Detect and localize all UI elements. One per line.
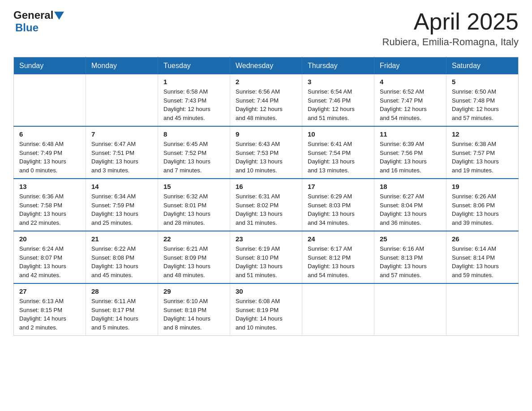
calendar-cell: 15Sunrise: 6:32 AM Sunset: 8:01 PM Dayli… <box>158 179 230 231</box>
calendar-cell: 3Sunrise: 6:54 AM Sunset: 7:46 PM Daylig… <box>302 74 374 126</box>
calendar-week-row: 20Sunrise: 6:24 AM Sunset: 8:07 PM Dayli… <box>14 231 519 283</box>
day-info: Sunrise: 6:16 AM Sunset: 8:13 PM Dayligh… <box>380 244 441 279</box>
day-info: Sunrise: 6:29 AM Sunset: 8:03 PM Dayligh… <box>308 192 369 227</box>
day-info: Sunrise: 6:13 AM Sunset: 8:15 PM Dayligh… <box>19 297 80 332</box>
calendar-cell: 12Sunrise: 6:38 AM Sunset: 7:57 PM Dayli… <box>446 126 519 179</box>
day-info: Sunrise: 6:52 AM Sunset: 7:47 PM Dayligh… <box>380 87 441 122</box>
calendar-cell: 23Sunrise: 6:19 AM Sunset: 8:10 PM Dayli… <box>230 231 302 283</box>
day-number: 2 <box>236 78 296 86</box>
calendar-table: SundayMondayTuesdayWednesdayThursdayFrid… <box>13 57 519 336</box>
day-info: Sunrise: 6:31 AM Sunset: 8:02 PM Dayligh… <box>236 192 296 227</box>
col-header-saturday: Saturday <box>446 57 519 75</box>
day-info: Sunrise: 6:22 AM Sunset: 8:08 PM Dayligh… <box>91 244 152 279</box>
calendar-cell: 16Sunrise: 6:31 AM Sunset: 8:02 PM Dayli… <box>230 179 302 231</box>
calendar-cell: 19Sunrise: 6:26 AM Sunset: 8:06 PM Dayli… <box>446 179 519 231</box>
calendar-cell <box>302 283 374 336</box>
day-number: 21 <box>91 235 152 243</box>
calendar-cell: 2Sunrise: 6:56 AM Sunset: 7:44 PM Daylig… <box>230 74 302 126</box>
day-info: Sunrise: 6:36 AM Sunset: 7:58 PM Dayligh… <box>19 192 80 227</box>
day-info: Sunrise: 6:58 AM Sunset: 7:43 PM Dayligh… <box>163 87 224 122</box>
calendar-cell: 10Sunrise: 6:41 AM Sunset: 7:54 PM Dayli… <box>302 126 374 179</box>
day-number: 28 <box>91 287 152 295</box>
calendar-cell <box>86 74 158 126</box>
day-number: 8 <box>163 130 224 138</box>
calendar-cell <box>446 283 519 336</box>
day-number: 15 <box>163 183 224 190</box>
calendar-cell: 22Sunrise: 6:21 AM Sunset: 8:09 PM Dayli… <box>158 231 230 283</box>
day-info: Sunrise: 6:21 AM Sunset: 8:09 PM Dayligh… <box>163 244 224 279</box>
day-number: 16 <box>236 183 296 190</box>
calendar-cell: 8Sunrise: 6:45 AM Sunset: 7:52 PM Daylig… <box>158 126 230 179</box>
day-number: 14 <box>91 183 152 190</box>
month-title: April 2025 <box>382 9 519 34</box>
calendar-cell: 25Sunrise: 6:16 AM Sunset: 8:13 PM Dayli… <box>374 231 446 283</box>
calendar-week-row: 1Sunrise: 6:58 AM Sunset: 7:43 PM Daylig… <box>14 74 519 126</box>
day-info: Sunrise: 6:38 AM Sunset: 7:57 PM Dayligh… <box>452 140 513 175</box>
day-number: 30 <box>236 287 296 295</box>
calendar-week-row: 6Sunrise: 6:48 AM Sunset: 7:49 PM Daylig… <box>14 126 519 179</box>
day-info: Sunrise: 6:48 AM Sunset: 7:49 PM Dayligh… <box>19 140 80 175</box>
day-number: 4 <box>380 78 441 86</box>
calendar-cell: 27Sunrise: 6:13 AM Sunset: 8:15 PM Dayli… <box>14 283 86 336</box>
location-title: Rubiera, Emilia-Romagna, Italy <box>382 36 519 48</box>
calendar-cell <box>374 283 446 336</box>
day-info: Sunrise: 6:27 AM Sunset: 8:04 PM Dayligh… <box>380 192 441 227</box>
day-info: Sunrise: 6:08 AM Sunset: 8:19 PM Dayligh… <box>236 297 296 332</box>
day-info: Sunrise: 6:43 AM Sunset: 7:53 PM Dayligh… <box>236 140 296 175</box>
day-info: Sunrise: 6:11 AM Sunset: 8:17 PM Dayligh… <box>91 297 152 332</box>
day-info: Sunrise: 6:56 AM Sunset: 7:44 PM Dayligh… <box>236 87 296 122</box>
calendar-cell: 29Sunrise: 6:10 AM Sunset: 8:18 PM Dayli… <box>158 283 230 336</box>
day-number: 25 <box>380 235 441 243</box>
day-number: 17 <box>308 183 369 190</box>
calendar-cell: 13Sunrise: 6:36 AM Sunset: 7:58 PM Dayli… <box>14 179 86 231</box>
calendar-cell: 18Sunrise: 6:27 AM Sunset: 8:04 PM Dayli… <box>374 179 446 231</box>
day-number: 23 <box>236 235 296 243</box>
logo-triangle-icon <box>54 12 64 20</box>
calendar-header-row: SundayMondayTuesdayWednesdayThursdayFrid… <box>14 57 519 75</box>
day-number: 5 <box>452 78 513 86</box>
day-info: Sunrise: 6:39 AM Sunset: 7:56 PM Dayligh… <box>380 140 441 175</box>
calendar-cell: 21Sunrise: 6:22 AM Sunset: 8:08 PM Dayli… <box>86 231 158 283</box>
calendar-cell: 17Sunrise: 6:29 AM Sunset: 8:03 PM Dayli… <box>302 179 374 231</box>
day-number: 20 <box>19 235 80 243</box>
col-header-tuesday: Tuesday <box>158 57 230 75</box>
day-number: 19 <box>452 183 513 190</box>
day-number: 29 <box>163 287 224 295</box>
day-info: Sunrise: 6:34 AM Sunset: 7:59 PM Dayligh… <box>91 192 152 227</box>
day-number: 26 <box>452 235 513 243</box>
col-header-sunday: Sunday <box>14 57 86 75</box>
day-number: 27 <box>19 287 80 295</box>
calendar-cell: 4Sunrise: 6:52 AM Sunset: 7:47 PM Daylig… <box>374 74 446 126</box>
day-number: 12 <box>452 130 513 138</box>
day-number: 1 <box>163 78 224 86</box>
logo-blue-text: Blue <box>15 21 39 34</box>
calendar-cell: 20Sunrise: 6:24 AM Sunset: 8:07 PM Dayli… <box>14 231 86 283</box>
title-section: April 2025 Rubiera, Emilia-Romagna, Ital… <box>382 9 519 48</box>
day-info: Sunrise: 6:50 AM Sunset: 7:48 PM Dayligh… <box>452 87 513 122</box>
col-header-monday: Monday <box>86 57 158 75</box>
calendar-cell: 28Sunrise: 6:11 AM Sunset: 8:17 PM Dayli… <box>86 283 158 336</box>
calendar-cell: 14Sunrise: 6:34 AM Sunset: 7:59 PM Dayli… <box>86 179 158 231</box>
calendar-week-row: 13Sunrise: 6:36 AM Sunset: 7:58 PM Dayli… <box>14 179 519 231</box>
calendar-cell: 26Sunrise: 6:14 AM Sunset: 8:14 PM Dayli… <box>446 231 519 283</box>
col-header-friday: Friday <box>374 57 446 75</box>
day-number: 7 <box>91 130 152 138</box>
day-number: 18 <box>380 183 441 190</box>
calendar-cell: 30Sunrise: 6:08 AM Sunset: 8:19 PM Dayli… <box>230 283 302 336</box>
day-info: Sunrise: 6:41 AM Sunset: 7:54 PM Dayligh… <box>308 140 369 175</box>
day-number: 3 <box>308 78 369 86</box>
calendar-cell: 1Sunrise: 6:58 AM Sunset: 7:43 PM Daylig… <box>158 74 230 126</box>
calendar-cell: 6Sunrise: 6:48 AM Sunset: 7:49 PM Daylig… <box>14 126 86 179</box>
day-number: 9 <box>236 130 296 138</box>
calendar-cell: 5Sunrise: 6:50 AM Sunset: 7:48 PM Daylig… <box>446 74 519 126</box>
day-number: 11 <box>380 130 441 138</box>
day-info: Sunrise: 6:45 AM Sunset: 7:52 PM Dayligh… <box>163 140 224 175</box>
calendar-cell: 11Sunrise: 6:39 AM Sunset: 7:56 PM Dayli… <box>374 126 446 179</box>
calendar-cell: 9Sunrise: 6:43 AM Sunset: 7:53 PM Daylig… <box>230 126 302 179</box>
col-header-thursday: Thursday <box>302 57 374 75</box>
day-number: 10 <box>308 130 369 138</box>
logo: General Blue <box>13 9 64 34</box>
day-number: 13 <box>19 183 80 190</box>
calendar-cell <box>14 74 86 126</box>
day-number: 24 <box>308 235 369 243</box>
